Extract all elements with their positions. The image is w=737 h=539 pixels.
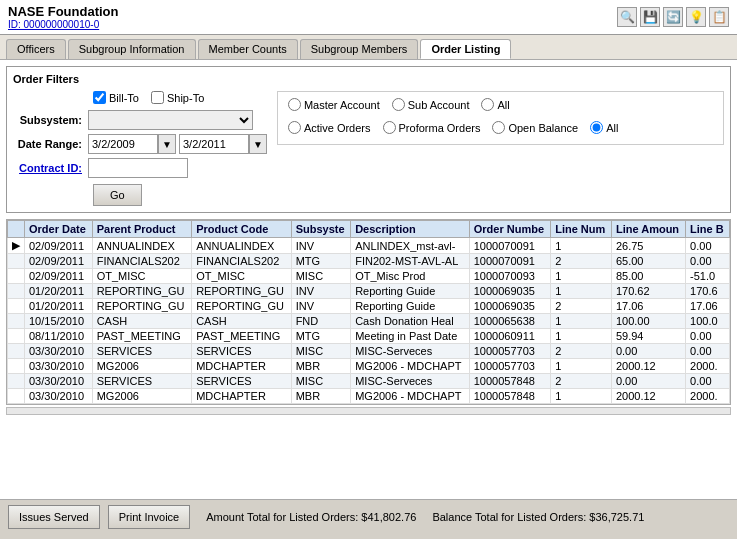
row-order-number: 1000070091 (469, 238, 550, 254)
right-filters: Master Account Sub Account All (277, 91, 724, 145)
row-subsystem: INV (291, 284, 351, 299)
amount-total-text: Amount Total for Listed Orders: $41,802.… (206, 511, 416, 523)
col-subsystem[interactable]: Subsyste (291, 221, 351, 238)
tab-order-listing[interactable]: Order Listing (420, 39, 511, 59)
date-from-picker[interactable]: ▼ (158, 134, 176, 154)
table-wrapper[interactable]: Order Date Parent Product Product Code S… (6, 219, 731, 405)
tab-member-counts[interactable]: Member Counts (198, 39, 298, 59)
master-account-radio[interactable] (288, 98, 301, 111)
row-subsystem: INV (291, 238, 351, 254)
print-invoice-button[interactable]: Print Invoice (108, 505, 191, 529)
all-orders-radio[interactable] (590, 121, 603, 134)
tab-subgroup-info[interactable]: Subgroup Information (68, 39, 196, 59)
sub-account-radio-label[interactable]: Sub Account (392, 98, 470, 111)
row-order-date: 01/20/2011 (25, 299, 93, 314)
contract-id-row: Contract ID: (13, 158, 267, 178)
table-row[interactable]: 03/30/2010 SERVICES SERVICES MISC MISC-S… (8, 374, 730, 389)
col-line-amount[interactable]: Line Amoun (611, 221, 685, 238)
bill-to-checkbox[interactable] (93, 91, 106, 104)
tab-subgroup-members[interactable]: Subgroup Members (300, 39, 419, 59)
col-parent-product[interactable]: Parent Product (92, 221, 191, 238)
subsystem-label: Subsystem: (13, 114, 88, 126)
all-orders-radio-label[interactable]: All (590, 121, 618, 134)
copy-icon[interactable]: 📋 (709, 7, 729, 27)
table-row[interactable]: 02/09/2011 FINANCIALS202 FINANCIALS202 M… (8, 254, 730, 269)
table-row[interactable]: 03/30/2010 MG2006 MDCHAPTER MBR MG2006 -… (8, 359, 730, 374)
bottom-bar: Issues Served Print Invoice Amount Total… (0, 499, 737, 534)
row-parent-product: REPORTING_GU (92, 299, 191, 314)
row-line-num: 1 (551, 284, 612, 299)
order-filters-title: Order Filters (13, 73, 724, 85)
table-row[interactable]: 01/20/2011 REPORTING_GU REPORTING_GU INV… (8, 284, 730, 299)
order-table: Order Date Parent Product Product Code S… (7, 220, 730, 404)
save-icon[interactable]: 💾 (640, 7, 660, 27)
row-order-date: 10/15/2010 (25, 314, 93, 329)
row-subsystem: MBR (291, 359, 351, 374)
active-orders-radio-label[interactable]: Active Orders (288, 121, 371, 134)
table-row[interactable]: 08/11/2010 PAST_MEETING PAST_MEETING MTG… (8, 329, 730, 344)
refresh-icon[interactable]: 🔄 (663, 7, 683, 27)
table-row[interactable]: 03/30/2010 SERVICES SERVICES MISC MISC-S… (8, 344, 730, 359)
proforma-orders-radio-label[interactable]: Proforma Orders (383, 121, 481, 134)
master-account-radio-label[interactable]: Master Account (288, 98, 380, 111)
open-balance-radio-label[interactable]: Open Balance (492, 121, 578, 134)
table-row[interactable]: 10/15/2010 CASH CASH FND Cash Donation H… (8, 314, 730, 329)
col-line-num[interactable]: Line Num (551, 221, 612, 238)
ship-to-checkbox-label[interactable]: Ship-To (151, 91, 204, 104)
table-row[interactable]: 02/09/2011 OT_MISC OT_MISC MISC OT_Misc … (8, 269, 730, 284)
row-line-b: 2000. (686, 359, 730, 374)
col-order-number[interactable]: Order Numbe (469, 221, 550, 238)
row-arrow: ▶ (8, 238, 25, 254)
proforma-orders-radio[interactable] (383, 121, 396, 134)
app-id[interactable]: ID: 000000000010-0 (8, 19, 119, 30)
row-line-amount: 170.62 (611, 284, 685, 299)
issues-served-button[interactable]: Issues Served (8, 505, 100, 529)
row-subsystem: FND (291, 314, 351, 329)
tab-officers[interactable]: Officers (6, 39, 66, 59)
row-arrow (8, 299, 25, 314)
row-subsystem: MTG (291, 329, 351, 344)
row-line-amount: 85.00 (611, 269, 685, 284)
col-description[interactable]: Description (351, 221, 470, 238)
date-to-input[interactable] (179, 134, 249, 154)
row-line-num: 2 (551, 344, 612, 359)
all-account-radio[interactable] (481, 98, 494, 111)
row-parent-product: MG2006 (92, 359, 191, 374)
col-order-date[interactable]: Order Date (25, 221, 93, 238)
active-orders-radio[interactable] (288, 121, 301, 134)
contract-id-label[interactable]: Contract ID: (13, 162, 88, 174)
sub-account-radio[interactable] (392, 98, 405, 111)
row-line-num: 2 (551, 374, 612, 389)
row-line-b: 0.00 (686, 374, 730, 389)
row-product-code: ANNUALINDEX (192, 238, 291, 254)
row-arrow (8, 389, 25, 404)
row-description: Reporting Guide (351, 299, 470, 314)
all-account-radio-label[interactable]: All (481, 98, 509, 111)
row-subsystem: INV (291, 299, 351, 314)
row-product-code: CASH (192, 314, 291, 329)
table-row[interactable]: 03/30/2010 MG2006 MDCHAPTER MBR MG2006 -… (8, 389, 730, 404)
row-order-number: 1000070091 (469, 254, 550, 269)
row-product-code: SERVICES (192, 344, 291, 359)
subsystem-select[interactable] (88, 110, 253, 130)
go-button[interactable]: Go (93, 184, 142, 206)
row-order-date: 02/09/2011 (25, 254, 93, 269)
col-line-b[interactable]: Line B (686, 221, 730, 238)
row-line-amount: 100.00 (611, 314, 685, 329)
date-range-row: Date Range: ▼ ▼ (13, 134, 267, 154)
open-balance-radio[interactable] (492, 121, 505, 134)
row-description: ANLINDEX_mst-avl- (351, 238, 470, 254)
row-line-num: 1 (551, 329, 612, 344)
bill-to-checkbox-label[interactable]: Bill-To (93, 91, 139, 104)
date-from-input[interactable] (88, 134, 158, 154)
table-row[interactable]: ▶ 02/09/2011 ANNUALINDEX ANNUALINDEX INV… (8, 238, 730, 254)
date-to-picker[interactable]: ▼ (249, 134, 267, 154)
bulb-icon[interactable]: 💡 (686, 7, 706, 27)
ship-to-checkbox[interactable] (151, 91, 164, 104)
col-product-code[interactable]: Product Code (192, 221, 291, 238)
table-row[interactable]: 01/20/2011 REPORTING_GU REPORTING_GU INV… (8, 299, 730, 314)
contract-id-input[interactable] (88, 158, 188, 178)
row-line-b: 17.06 (686, 299, 730, 314)
row-order-date: 02/09/2011 (25, 269, 93, 284)
search-icon[interactable]: 🔍 (617, 7, 637, 27)
